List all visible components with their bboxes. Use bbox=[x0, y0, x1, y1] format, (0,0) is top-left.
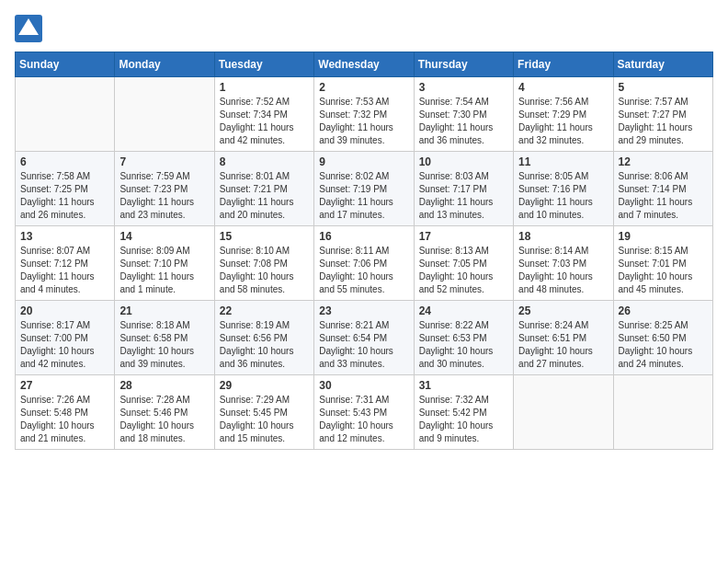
day-number: 27 bbox=[20, 379, 109, 392]
calendar-cell: 22Sunrise: 8:19 AM Sunset: 6:56 PM Dayli… bbox=[214, 301, 313, 375]
day-info: Sunrise: 7:54 AM Sunset: 7:30 PM Dayligh… bbox=[419, 96, 508, 147]
day-number: 26 bbox=[619, 304, 708, 317]
day-info: Sunrise: 8:01 AM Sunset: 7:21 PM Dayligh… bbox=[220, 170, 309, 222]
day-number: 4 bbox=[518, 81, 608, 94]
day-number: 3 bbox=[419, 81, 508, 94]
day-info: Sunrise: 8:18 AM Sunset: 6:58 PM Dayligh… bbox=[119, 319, 209, 371]
calendar-cell: 21Sunrise: 8:18 AM Sunset: 6:58 PM Dayli… bbox=[115, 301, 214, 375]
day-number: 19 bbox=[619, 230, 708, 243]
day-number: 29 bbox=[220, 379, 309, 392]
calendar-cell: 8Sunrise: 8:01 AM Sunset: 7:21 PM Daylig… bbox=[214, 152, 313, 226]
day-number: 24 bbox=[419, 304, 508, 317]
day-number: 6 bbox=[20, 155, 109, 168]
calendar-body: 1Sunrise: 7:52 AM Sunset: 7:34 PM Daylig… bbox=[16, 77, 713, 450]
calendar-cell: 9Sunrise: 8:02 AM Sunset: 7:19 PM Daylig… bbox=[314, 152, 414, 226]
day-info: Sunrise: 7:57 AM Sunset: 7:27 PM Dayligh… bbox=[619, 96, 708, 147]
day-info: Sunrise: 8:19 AM Sunset: 6:56 PM Dayligh… bbox=[220, 319, 309, 371]
calendar-cell: 24Sunrise: 8:22 AM Sunset: 6:53 PM Dayli… bbox=[414, 301, 513, 375]
day-info: Sunrise: 7:28 AM Sunset: 5:46 PM Dayligh… bbox=[119, 394, 209, 445]
weekday-header-tuesday: Tuesday bbox=[214, 52, 313, 77]
weekday-header-saturday: Saturday bbox=[613, 52, 712, 77]
day-number: 20 bbox=[20, 304, 109, 317]
day-info: Sunrise: 8:15 AM Sunset: 7:01 PM Dayligh… bbox=[619, 245, 708, 296]
calendar-cell: 1Sunrise: 7:52 AM Sunset: 7:34 PM Daylig… bbox=[214, 77, 313, 152]
day-info: Sunrise: 8:02 AM Sunset: 7:19 PM Dayligh… bbox=[319, 170, 408, 222]
day-number: 25 bbox=[518, 304, 608, 317]
weekday-header-sunday: Sunday bbox=[16, 52, 115, 77]
calendar-week-row: 27Sunrise: 7:26 AM Sunset: 5:48 PM Dayli… bbox=[16, 375, 713, 450]
calendar-week-row: 1Sunrise: 7:52 AM Sunset: 7:34 PM Daylig… bbox=[16, 77, 713, 152]
calendar-cell bbox=[514, 375, 613, 450]
logo-icon bbox=[15, 15, 42, 42]
day-number: 1 bbox=[220, 81, 309, 94]
calendar-cell: 28Sunrise: 7:28 AM Sunset: 5:46 PM Dayli… bbox=[115, 375, 214, 450]
day-number: 17 bbox=[419, 230, 508, 243]
calendar-cell: 26Sunrise: 8:25 AM Sunset: 6:50 PM Dayli… bbox=[613, 301, 712, 375]
calendar-week-row: 6Sunrise: 7:58 AM Sunset: 7:25 PM Daylig… bbox=[16, 152, 713, 226]
day-number: 30 bbox=[319, 379, 408, 392]
weekday-header-friday: Friday bbox=[514, 52, 613, 77]
day-info: Sunrise: 8:06 AM Sunset: 7:14 PM Dayligh… bbox=[619, 170, 708, 222]
day-number: 5 bbox=[619, 81, 708, 94]
calendar-header: SundayMondayTuesdayWednesdayThursdayFrid… bbox=[16, 52, 713, 77]
day-info: Sunrise: 7:52 AM Sunset: 7:34 PM Dayligh… bbox=[220, 96, 309, 147]
calendar-cell: 31Sunrise: 7:32 AM Sunset: 5:42 PM Dayli… bbox=[414, 375, 513, 450]
day-info: Sunrise: 8:24 AM Sunset: 6:51 PM Dayligh… bbox=[518, 319, 608, 371]
day-number: 31 bbox=[419, 379, 508, 392]
day-info: Sunrise: 8:09 AM Sunset: 7:10 PM Dayligh… bbox=[119, 245, 209, 296]
calendar-cell: 19Sunrise: 8:15 AM Sunset: 7:01 PM Dayli… bbox=[613, 226, 712, 301]
day-number: 28 bbox=[119, 379, 209, 392]
day-info: Sunrise: 8:05 AM Sunset: 7:16 PM Dayligh… bbox=[518, 170, 608, 222]
calendar-cell: 15Sunrise: 8:10 AM Sunset: 7:08 PM Dayli… bbox=[214, 226, 313, 301]
calendar-cell bbox=[613, 375, 712, 450]
logo bbox=[15, 15, 46, 42]
day-number: 10 bbox=[419, 155, 508, 168]
calendar-week-row: 13Sunrise: 8:07 AM Sunset: 7:12 PM Dayli… bbox=[16, 226, 713, 301]
calendar-cell bbox=[16, 77, 115, 152]
day-number: 15 bbox=[220, 230, 309, 243]
calendar-cell: 13Sunrise: 8:07 AM Sunset: 7:12 PM Dayli… bbox=[16, 226, 115, 301]
calendar-cell: 30Sunrise: 7:31 AM Sunset: 5:43 PM Dayli… bbox=[314, 375, 414, 450]
day-info: Sunrise: 8:13 AM Sunset: 7:05 PM Dayligh… bbox=[419, 245, 508, 296]
day-info: Sunrise: 8:10 AM Sunset: 7:08 PM Dayligh… bbox=[220, 245, 309, 296]
day-number: 2 bbox=[319, 81, 408, 94]
calendar-cell: 5Sunrise: 7:57 AM Sunset: 7:27 PM Daylig… bbox=[613, 77, 712, 152]
calendar-cell: 25Sunrise: 8:24 AM Sunset: 6:51 PM Dayli… bbox=[514, 301, 613, 375]
day-number: 22 bbox=[220, 304, 309, 317]
weekday-header-row: SundayMondayTuesdayWednesdayThursdayFrid… bbox=[16, 52, 713, 77]
calendar-cell: 7Sunrise: 7:59 AM Sunset: 7:23 PM Daylig… bbox=[115, 152, 214, 226]
day-number: 16 bbox=[319, 230, 408, 243]
calendar-cell: 12Sunrise: 8:06 AM Sunset: 7:14 PM Dayli… bbox=[613, 152, 712, 226]
calendar-cell: 18Sunrise: 8:14 AM Sunset: 7:03 PM Dayli… bbox=[514, 226, 613, 301]
day-number: 18 bbox=[518, 230, 608, 243]
day-info: Sunrise: 7:29 AM Sunset: 5:45 PM Dayligh… bbox=[220, 394, 309, 445]
day-info: Sunrise: 7:59 AM Sunset: 7:23 PM Dayligh… bbox=[119, 170, 209, 222]
calendar-cell: 23Sunrise: 8:21 AM Sunset: 6:54 PM Dayli… bbox=[314, 301, 414, 375]
calendar-cell: 27Sunrise: 7:26 AM Sunset: 5:48 PM Dayli… bbox=[16, 375, 115, 450]
day-number: 21 bbox=[119, 304, 209, 317]
day-info: Sunrise: 8:25 AM Sunset: 6:50 PM Dayligh… bbox=[619, 319, 708, 371]
weekday-header-wednesday: Wednesday bbox=[314, 52, 414, 77]
day-number: 11 bbox=[518, 155, 608, 168]
calendar-cell bbox=[115, 77, 214, 152]
calendar-cell: 29Sunrise: 7:29 AM Sunset: 5:45 PM Dayli… bbox=[214, 375, 313, 450]
day-number: 12 bbox=[619, 155, 708, 168]
day-info: Sunrise: 8:14 AM Sunset: 7:03 PM Dayligh… bbox=[518, 245, 608, 296]
calendar-cell: 2Sunrise: 7:53 AM Sunset: 7:32 PM Daylig… bbox=[314, 77, 414, 152]
day-info: Sunrise: 8:11 AM Sunset: 7:06 PM Dayligh… bbox=[319, 245, 408, 296]
page-header bbox=[15, 15, 713, 42]
weekday-header-monday: Monday bbox=[115, 52, 214, 77]
calendar-table: SundayMondayTuesdayWednesdayThursdayFrid… bbox=[15, 52, 713, 450]
day-info: Sunrise: 7:56 AM Sunset: 7:29 PM Dayligh… bbox=[518, 96, 608, 147]
day-info: Sunrise: 7:31 AM Sunset: 5:43 PM Dayligh… bbox=[319, 394, 408, 445]
calendar-cell: 17Sunrise: 8:13 AM Sunset: 7:05 PM Dayli… bbox=[414, 226, 513, 301]
day-info: Sunrise: 7:32 AM Sunset: 5:42 PM Dayligh… bbox=[419, 394, 508, 445]
day-number: 14 bbox=[119, 230, 209, 243]
day-number: 9 bbox=[319, 155, 408, 168]
calendar-cell: 3Sunrise: 7:54 AM Sunset: 7:30 PM Daylig… bbox=[414, 77, 513, 152]
day-info: Sunrise: 8:22 AM Sunset: 6:53 PM Dayligh… bbox=[419, 319, 508, 371]
day-number: 8 bbox=[220, 155, 309, 168]
calendar-cell: 10Sunrise: 8:03 AM Sunset: 7:17 PM Dayli… bbox=[414, 152, 513, 226]
day-number: 23 bbox=[319, 304, 408, 317]
day-info: Sunrise: 8:21 AM Sunset: 6:54 PM Dayligh… bbox=[319, 319, 408, 371]
